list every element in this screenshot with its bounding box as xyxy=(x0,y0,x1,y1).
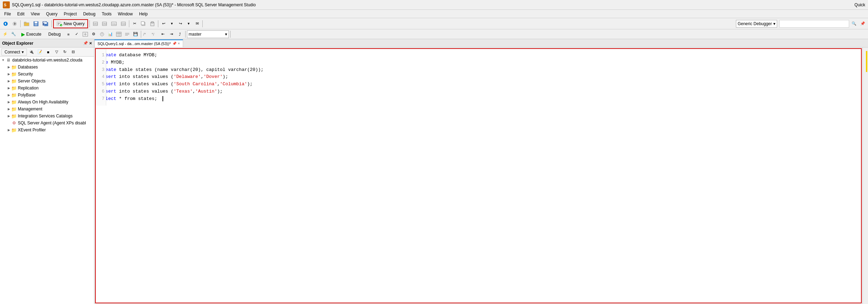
server-objects-node[interactable]: ▶ 📁 Server Objects xyxy=(0,78,94,85)
stop-button[interactable]: ■ xyxy=(65,30,72,38)
filter-button[interactable]: ▽ xyxy=(53,48,60,56)
redo-button[interactable]: ↪ xyxy=(176,20,184,28)
object-explorer-details-icon[interactable]: 🔧 xyxy=(10,30,17,38)
databases-expand[interactable]: ▶ xyxy=(6,65,11,69)
q-separator-3 xyxy=(230,31,231,38)
disconnect-button[interactable]: 🔌 xyxy=(28,48,35,56)
always-on-expand[interactable]: ▶ xyxy=(6,100,11,104)
management-node[interactable]: ▶ 📁 Management xyxy=(0,106,94,113)
specify-values[interactable]: ⤴ xyxy=(176,30,184,38)
menu-help[interactable]: Help xyxy=(136,11,151,17)
increase-indent[interactable]: ⇥ xyxy=(168,30,175,38)
oe-pin-icon[interactable]: 📌 xyxy=(83,41,88,45)
save-button[interactable] xyxy=(32,20,40,28)
server-expand-icon[interactable]: ▼ xyxy=(1,58,6,62)
email-button[interactable]: ✉ xyxy=(193,20,201,28)
query-options-icon[interactable]: ⚙ xyxy=(90,30,97,38)
search-toolbar-button[interactable]: 🔍 xyxy=(850,20,858,28)
menu-tools[interactable]: Tools xyxy=(99,11,114,17)
results-to-grid[interactable] xyxy=(115,30,123,38)
security-expand[interactable]: ▶ xyxy=(6,72,11,76)
database-selector[interactable]: master ▾ xyxy=(187,30,229,38)
paste-button[interactable] xyxy=(148,20,157,28)
sql-agent-node[interactable]: ▶ ⚙ SQL Server Agent (Agent XPs disabl xyxy=(0,120,94,126)
comment-selection[interactable]: /* xyxy=(143,30,150,38)
add-connection-icon[interactable]: ⚡ xyxy=(1,30,9,38)
tab-pin-icon[interactable]: 📌 xyxy=(172,42,176,45)
security-node[interactable]: ▶ 📁 Security xyxy=(0,71,94,78)
tab-close-icon[interactable]: × xyxy=(178,42,180,45)
cut-button[interactable]: ✂ xyxy=(131,20,138,28)
back-button[interactable] xyxy=(1,20,10,28)
editor-area: SQLQuery1.sql - da...om.master (SA (53))… xyxy=(94,39,868,304)
execute-label: Execute xyxy=(26,32,41,37)
query-tab[interactable]: SQLQuery1.sql - da...om.master (SA (53))… xyxy=(94,39,183,47)
include-actual-plan[interactable] xyxy=(98,30,106,38)
stop-oe-button[interactable]: ■ xyxy=(44,48,52,56)
new-query-button[interactable]: + New Query xyxy=(53,19,88,28)
server-objects-expand[interactable]: ▶ xyxy=(6,79,11,83)
polybase-node[interactable]: ▶ 📁 PolyBase xyxy=(0,92,94,99)
q-separator-1 xyxy=(141,31,141,38)
undo-dropdown[interactable]: ▾ xyxy=(168,20,176,28)
collapse-all-button[interactable]: ⊟ xyxy=(70,48,77,56)
editor-scrollbar[interactable] xyxy=(862,48,868,304)
include-client-statistics[interactable]: 📊 xyxy=(107,30,114,38)
toolbar-btn-2[interactable]: DMX xyxy=(100,20,109,28)
generic-debugger-dropdown[interactable]: Generic Debugger ▾ xyxy=(736,20,777,28)
integration-services-expand[interactable]: ▶ xyxy=(6,114,11,118)
code-line-6: insert into states values ('Texas', 'Aus… xyxy=(100,88,857,95)
code-editor[interactable]: 1234567 create database MYDB; use MYDB; … xyxy=(95,48,862,303)
integration-services-node[interactable]: ▶ 📁 Integration Services Catalogs xyxy=(0,113,94,120)
menu-debug[interactable]: Debug xyxy=(80,11,98,17)
undo-button[interactable]: ↩ xyxy=(160,20,167,28)
xevent-expand[interactable]: ▶ xyxy=(6,128,11,132)
debug-button[interactable]: Debug xyxy=(45,31,64,38)
q-separator-2 xyxy=(185,31,186,38)
toolbar-btn-1[interactable]: MDX xyxy=(91,20,100,28)
connect-button[interactable]: Connect ▾ xyxy=(1,49,27,56)
execute-button[interactable]: ▶ Execute xyxy=(18,30,44,38)
menu-view[interactable]: View xyxy=(28,11,43,17)
forward-button[interactable] xyxy=(10,20,19,28)
ssms-logo-icon: S xyxy=(3,1,10,8)
uncomment-selection[interactable]: */ xyxy=(151,30,159,38)
databases-node[interactable]: ▶ 📁 Databases xyxy=(0,64,94,71)
oe-close-icon[interactable]: × xyxy=(89,41,92,46)
new-query-oe-button[interactable]: 📝 xyxy=(36,48,44,56)
redo-dropdown[interactable]: ▾ xyxy=(185,20,193,28)
results-to-file[interactable]: 💾 xyxy=(132,30,139,38)
replication-expand[interactable]: ▶ xyxy=(6,86,11,90)
menu-project[interactable]: Project xyxy=(61,11,80,17)
svg-rect-7 xyxy=(24,22,26,23)
code-line-3: create table states (name varchar(20), c… xyxy=(100,66,857,74)
toolbar-btn-3[interactable]: XMLA xyxy=(109,20,118,28)
save-all-button[interactable] xyxy=(41,20,50,28)
parse-button[interactable]: ✓ xyxy=(73,30,81,38)
toolbar-pin-button[interactable]: 📌 xyxy=(859,20,867,28)
management-folder-icon: 📁 xyxy=(11,106,17,112)
open-file-button[interactable] xyxy=(22,20,31,28)
window-title: SQLQuery1.sql - databricks-tutorial-vm.w… xyxy=(12,2,256,7)
toolbar-btn-4[interactable]: DAX xyxy=(119,20,128,28)
command-bar-input[interactable] xyxy=(779,20,849,28)
refresh-button[interactable]: ↻ xyxy=(61,48,69,56)
results-to-text[interactable] xyxy=(123,30,131,38)
management-expand[interactable]: ▶ xyxy=(6,107,11,111)
decrease-indent[interactable]: ⇤ xyxy=(159,30,167,38)
svg-text:MDX: MDX xyxy=(94,23,98,25)
svg-rect-14 xyxy=(44,22,47,24)
always-on-node[interactable]: ▶ 📁 Always On High Availability xyxy=(0,99,94,106)
code-line-4: insert into states values ('Delaware', '… xyxy=(100,73,857,81)
menu-window[interactable]: Window xyxy=(115,11,136,17)
svg-text:/*: /* xyxy=(143,32,146,36)
display-estimated-plan[interactable] xyxy=(81,30,89,38)
replication-node[interactable]: ▶ 📁 Replication xyxy=(0,85,94,92)
polybase-expand[interactable]: ▶ xyxy=(6,93,11,97)
menu-query[interactable]: Query xyxy=(43,11,60,17)
xevent-profiler-node[interactable]: ▶ 📁 XEvent Profiler xyxy=(0,126,94,133)
copy-button[interactable] xyxy=(139,20,147,28)
menu-edit[interactable]: Edit xyxy=(14,11,27,17)
menu-file[interactable]: File xyxy=(1,11,14,17)
server-node[interactable]: ▼ 🖥 databricks-tutorial-vm.westus2.cloud… xyxy=(0,57,94,64)
